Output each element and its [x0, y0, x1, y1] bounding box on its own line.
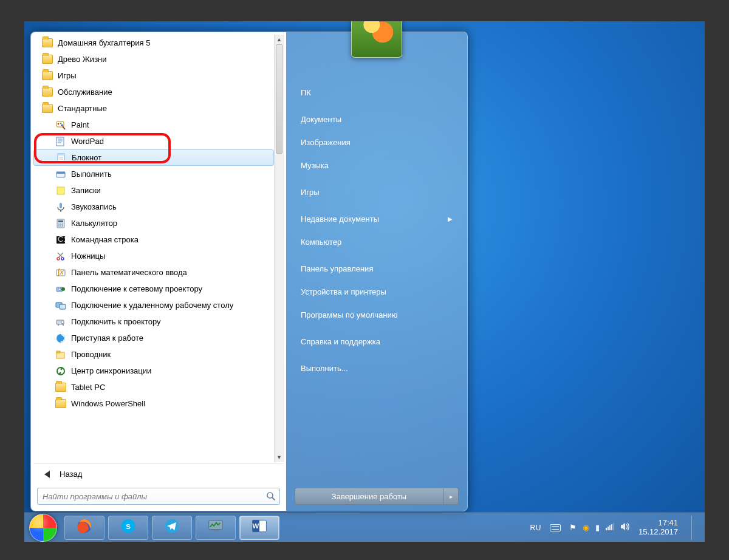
taskbar-item-firefox[interactable]	[64, 516, 104, 540]
program-folder-label: Windows PowerShell	[71, 399, 145, 408]
tray-battery-icon[interactable]: ▮	[595, 523, 600, 532]
svg-point-1	[58, 123, 60, 125]
start-right-компьютер[interactable]: Компьютер	[295, 230, 459, 253]
taskbar-item-word[interactable]: W	[239, 516, 279, 540]
program-item-label: Командная строка	[71, 235, 139, 244]
word-icon: W	[251, 517, 268, 538]
shutdown-options-arrow-icon[interactable]: ▸	[443, 488, 459, 505]
svg-point-27	[57, 258, 60, 260]
program-item-label: Ножницы	[71, 251, 105, 261]
search-input[interactable]	[38, 488, 261, 504]
search-box[interactable]	[37, 488, 280, 505]
program-folder-tablet-pc[interactable]: Tablet PC	[33, 379, 274, 395]
start-right-игры[interactable]: Игры	[295, 180, 459, 203]
taskbar-item-skype[interactable]: S	[108, 516, 148, 540]
program-item-приступая-к-работе[interactable]: Приступая к работе	[33, 330, 274, 346]
program-folder-игры[interactable]: Игры	[33, 67, 274, 84]
tray-network-icon[interactable]	[606, 523, 614, 532]
program-item-калькулятор[interactable]: Калькулятор	[33, 215, 274, 231]
language-indicator[interactable]: RU	[530, 524, 541, 532]
program-item-центр-синхронизации[interactable]: Центр синхронизации	[33, 363, 274, 379]
all-programs-scrollbar[interactable]: ▲ ▼	[274, 35, 284, 462]
proj-icon	[55, 316, 66, 327]
taskbar-clock[interactable]: 17:41 15.12.2017	[638, 519, 678, 537]
svg-rect-53	[213, 530, 218, 531]
program-folder-windows-powershell[interactable]: Windows PowerShell	[33, 395, 274, 412]
search-icon	[266, 491, 276, 503]
program-item-выполнить[interactable]: Выполнить	[33, 166, 274, 182]
program-item-ножницы[interactable]: Ножницы	[33, 248, 274, 264]
start-right-панель-управления[interactable]: Панель управления	[295, 257, 459, 280]
tray-volume-icon[interactable]	[620, 522, 630, 533]
sync-icon	[55, 366, 66, 377]
svg-rect-13	[56, 172, 65, 174]
shutdown-control: Завершение работы ▸	[295, 488, 459, 505]
start-menu-right-pane: ПКДокументыИзображенияМузыкаИгрыНедавние…	[286, 32, 467, 511]
svg-text:C:\_: C:\_	[58, 234, 66, 244]
program-item-wordpad[interactable]: WordPad	[33, 133, 274, 149]
program-folder-древо-жизни[interactable]: Древо Жизни	[33, 51, 274, 67]
clock-date: 15.12.2017	[638, 528, 678, 537]
folder-icon	[42, 87, 53, 97]
clock-time: 17:41	[638, 519, 678, 528]
scroll-down-arrow-icon[interactable]: ▼	[275, 452, 284, 462]
all-programs-list[interactable]: Домашняя бухгалтерия 5Древо ЖизниИгрыОбс…	[33, 35, 284, 462]
svg-rect-9	[58, 154, 64, 155]
start-right-музыка[interactable]: Музыка	[295, 154, 459, 177]
tray-updates-icon[interactable]: ◉	[583, 523, 589, 532]
program-item-звукозапись[interactable]: Звукозапись	[33, 199, 274, 215]
start-right-справка-и-поддержка[interactable]: Справка и поддержка	[295, 330, 459, 353]
scroll-up-arrow-icon[interactable]: ▲	[275, 35, 284, 44]
taskbar-item-taskmanager[interactable]	[196, 516, 236, 540]
program-folder-label: Стандартные	[58, 104, 107, 113]
snip-icon	[55, 251, 66, 262]
program-item-проводник[interactable]: Проводник	[33, 346, 274, 363]
program-item-label: Проводник	[71, 350, 111, 359]
start-right-недавние-документы[interactable]: Недавние документы▶	[295, 207, 459, 230]
tray-flag-icon[interactable]: ⚑	[569, 523, 577, 532]
program-item-подключить-к-проектору[interactable]: Подключить к проектору	[33, 313, 274, 330]
svg-point-19	[58, 224, 60, 225]
soundrec-icon	[55, 202, 66, 213]
program-item-блокнот[interactable]: Блокнот	[33, 149, 274, 166]
start-right-выполнить[interactable]: Выполнить...	[295, 357, 459, 380]
program-item-подключение-к-удаленному-рабочему-столу[interactable]: Подключение к удаленному рабочему столу	[33, 297, 274, 313]
program-item-paint[interactable]: Paint	[33, 117, 274, 133]
start-right-документы[interactable]: Документы	[295, 108, 459, 131]
wordpad-icon	[55, 136, 66, 147]
program-item-командная-строка[interactable]: C:\_Командная строка	[33, 231, 274, 248]
svg-rect-59	[609, 525, 611, 530]
user-avatar[interactable]	[351, 21, 402, 58]
start-button[interactable]	[29, 514, 57, 542]
start-right-пк[interactable]: ПК	[295, 81, 459, 104]
start-right-устройства-и-принтеры[interactable]: Устройства и принтеры	[295, 280, 459, 303]
shutdown-button[interactable]: Завершение работы	[295, 488, 443, 505]
getting-icon	[55, 333, 66, 344]
show-desktop-button[interactable]	[691, 516, 697, 540]
program-folder-стандартные[interactable]: Стандартные	[33, 100, 274, 117]
submenu-arrow-icon: ▶	[448, 216, 453, 222]
program-folder-обслуживание[interactable]: Обслуживание	[33, 84, 274, 100]
program-item-label: Блокнот	[72, 153, 101, 162]
tray-icons: ⚑ ◉ ▮	[569, 522, 630, 533]
start-right-программы-по-умолчанию[interactable]: Программы по умолчанию	[295, 303, 459, 326]
svg-point-23	[60, 225, 61, 227]
keyboard-icon[interactable]	[550, 524, 561, 531]
folder-icon	[42, 38, 53, 47]
svg-point-22	[58, 225, 60, 227]
svg-rect-58	[608, 527, 609, 530]
scroll-thumb[interactable]	[276, 44, 282, 154]
program-folder-домашняя-бухгалтерия-5[interactable]: Домашняя бухгалтерия 5	[33, 35, 274, 51]
svg-text:W: W	[253, 522, 259, 530]
program-item-панель-математического-ввода[interactable]: ∫xПанель математического ввода	[33, 264, 274, 281]
program-item-label: Записки	[71, 186, 101, 195]
start-menu: Домашняя бухгалтерия 5Древо ЖизниИгрыОбс…	[30, 32, 468, 511]
program-item-записки[interactable]: Записки	[33, 182, 274, 199]
paint-icon	[55, 120, 66, 131]
rdp-icon	[55, 300, 66, 311]
start-right-изображения[interactable]: Изображения	[295, 131, 459, 154]
taskbar-item-telegram[interactable]	[152, 516, 192, 540]
back-button[interactable]: Назад	[33, 463, 284, 484]
svg-rect-52	[209, 520, 223, 529]
program-item-подключение-к-сетевому-проектору[interactable]: Подключение к сетевому проектору	[33, 281, 274, 297]
